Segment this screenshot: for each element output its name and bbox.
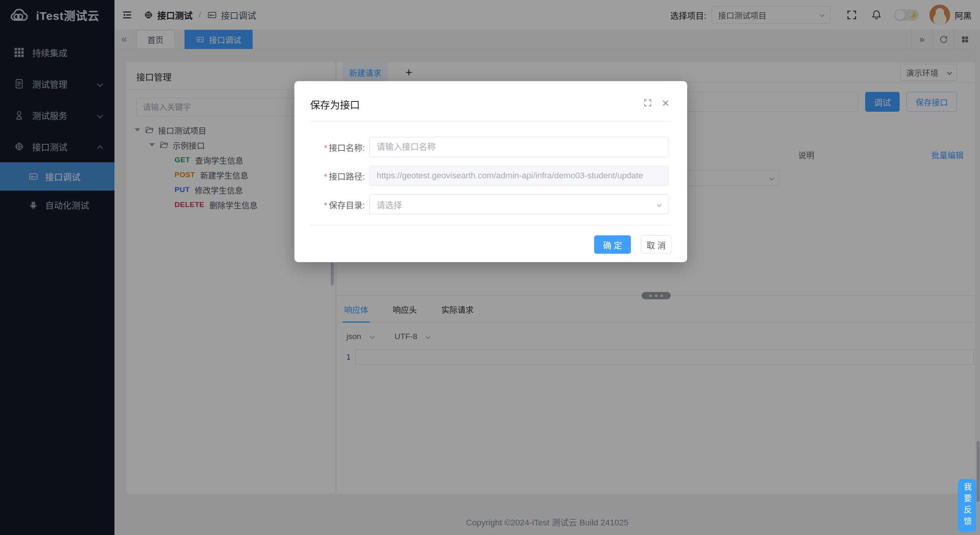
field-label: *接口路径: xyxy=(321,170,365,182)
required-mark: * xyxy=(324,172,327,181)
modal-header: 保存为接口 × xyxy=(310,81,671,122)
modal-title: 保存为接口 xyxy=(310,99,360,111)
modal-close-icon[interactable]: × xyxy=(662,99,669,107)
save-directory-placeholder: 请选择 xyxy=(377,198,402,210)
form-row-api-path: *接口路径: xyxy=(321,166,668,186)
modal-fullscreen-icon[interactable] xyxy=(644,99,652,107)
modal-mask xyxy=(0,0,980,535)
confirm-button[interactable]: 确 定 xyxy=(594,235,631,254)
modal-footer: 确 定 取 消 xyxy=(310,225,671,254)
modal-header-icons: × xyxy=(644,99,669,107)
save-directory-select[interactable]: 请选择 xyxy=(369,194,668,214)
required-mark: * xyxy=(324,143,327,153)
app-screen: iTest测试云 持续集成 测试管理 xyxy=(0,0,980,535)
field-label: *保存目录: xyxy=(321,198,365,210)
modal-body: *接口名称: *接口路径: *保存目录: 请选择 xyxy=(294,122,687,214)
save-as-api-modal: 保存为接口 × *接口名称: *接口路径: *保存目录: 请选择 xyxy=(294,81,687,262)
cancel-button[interactable]: 取 消 xyxy=(641,235,671,254)
feedback-button[interactable]: 我要反馈 xyxy=(958,479,976,532)
form-row-save-directory: *保存目录: 请选择 xyxy=(321,194,668,214)
chevron-down-icon xyxy=(657,202,662,207)
required-mark: * xyxy=(324,201,327,210)
field-label: *接口名称: xyxy=(321,141,365,153)
api-path-input xyxy=(369,166,668,186)
api-name-input[interactable] xyxy=(369,137,668,157)
form-row-api-name: *接口名称: xyxy=(321,137,668,157)
